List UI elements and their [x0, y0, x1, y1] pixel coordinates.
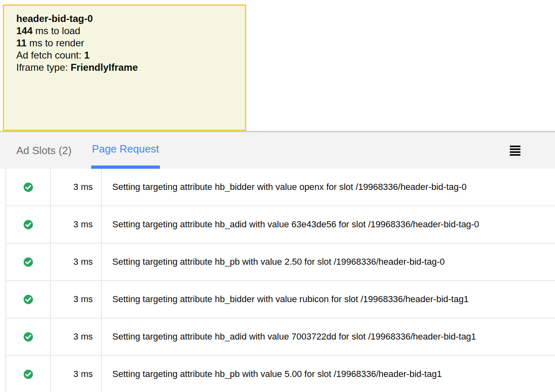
check-circle-icon	[23, 294, 33, 305]
load-time-label: ms to load	[33, 25, 80, 36]
log-time: 3 ms	[51, 356, 102, 392]
ad-slot-title: header-bid-tag-0	[16, 13, 233, 25]
log-message: Setting targeting attribute hb_bidder wi…	[102, 169, 555, 205]
fetch-count-label: Ad fetch count:	[16, 50, 84, 61]
log-time: 3 ms	[51, 318, 102, 355]
status-cell	[6, 244, 51, 280]
fetch-count-value: 1	[84, 50, 90, 61]
tab-ad-slots-label: Ad Slots (2)	[16, 144, 72, 157]
console-tab-bar: Ad Slots (2) Page Request	[0, 131, 555, 169]
check-circle-icon	[23, 257, 33, 267]
iframe-type-label: Iframe type:	[16, 62, 70, 73]
page-request-log[interactable]: 3 ms Setting targeting attribute hb_bidd…	[5, 169, 555, 392]
iframe-type-value: FriendlyIframe	[70, 62, 138, 73]
menu-icon[interactable]	[510, 146, 520, 156]
check-circle-icon	[23, 332, 33, 342]
log-row: 3 ms Setting targeting attribute hb_pb w…	[6, 244, 555, 281]
tab-page-request-label: Page Request	[92, 143, 159, 155]
log-message: Setting targeting attribute hb_adid with…	[102, 318, 555, 355]
log-row: 3 ms Setting targeting attribute hb_bidd…	[6, 169, 555, 206]
log-row: 3 ms Setting targeting attribute hb_adid…	[6, 318, 555, 356]
status-cell	[6, 169, 51, 205]
log-time: 3 ms	[51, 281, 102, 318]
log-row: 3 ms Setting targeting attribute hb_adid…	[6, 206, 555, 244]
render-time-label: ms to render	[26, 37, 84, 48]
ad-slot-overlay: header-bid-tag-0 144 ms to load 11 ms to…	[3, 4, 246, 131]
log-message: Setting targeting attribute hb_adid with…	[102, 206, 555, 243]
log-message: Setting targeting attribute hb_pb with v…	[102, 356, 555, 392]
log-message: Setting targeting attribute hb_bidder wi…	[102, 281, 555, 318]
status-cell	[6, 206, 51, 243]
log-message: Setting targeting attribute hb_pb with v…	[102, 244, 555, 280]
log-time: 3 ms	[51, 244, 102, 280]
log-row: 3 ms Setting targeting attribute hb_pb w…	[6, 356, 555, 392]
log-time: 3 ms	[51, 206, 102, 243]
load-time-value: 144	[16, 25, 33, 36]
status-cell	[6, 281, 51, 318]
status-cell	[6, 318, 51, 355]
log-time: 3 ms	[51, 169, 102, 205]
tab-page-request[interactable]: Page Request	[91, 132, 160, 169]
status-cell	[6, 356, 51, 392]
check-circle-icon	[23, 220, 33, 230]
log-row: 3 ms Setting targeting attribute hb_bidd…	[6, 281, 555, 318]
ad-slot-name: header-bid-tag-0	[16, 13, 93, 24]
load-time-line: 144 ms to load	[16, 25, 233, 37]
check-circle-icon	[23, 182, 33, 192]
tab-ad-slots[interactable]: Ad Slots (2)	[15, 132, 72, 169]
check-circle-icon	[23, 369, 33, 379]
fetch-count-line: Ad fetch count: 1	[16, 49, 233, 61]
render-time-value: 11	[16, 37, 26, 48]
render-time-line: 11 ms to render	[16, 37, 233, 49]
iframe-type-line: Iframe type: FriendlyIframe	[16, 61, 233, 74]
